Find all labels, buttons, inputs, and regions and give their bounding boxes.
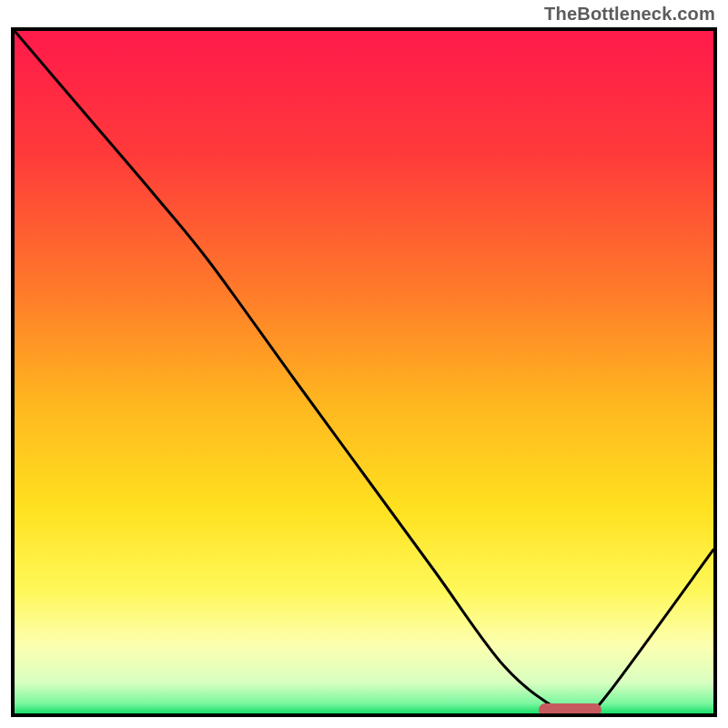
bottleneck-curve [15, 31, 713, 713]
optimal-range-marker [539, 703, 602, 716]
attribution-label: TheBottleneck.com [544, 4, 715, 25]
chart-frame [11, 27, 717, 717]
chart-stage: TheBottleneck.com [0, 0, 728, 728]
